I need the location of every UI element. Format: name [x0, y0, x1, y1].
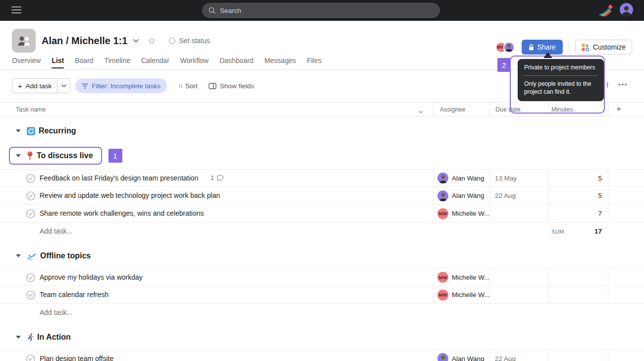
- project-icon[interactable]: [12, 29, 36, 53]
- assignee-cell[interactable]: Alan Wang: [433, 170, 489, 186]
- assignee-avatar: MW: [437, 290, 448, 301]
- due-date-cell[interactable]: [489, 205, 548, 222]
- task-name[interactable]: Share remote work challenges, wins and c…: [40, 209, 204, 217]
- column-header-minutes[interactable]: Minutes: [551, 106, 573, 113]
- sum-value: 17: [548, 228, 608, 235]
- tab-list[interactable]: List: [52, 57, 64, 68]
- section-caret-icon[interactable]: [16, 154, 22, 157]
- task-row[interactable]: Feedback on last Friday's design team pr…: [0, 169, 644, 187]
- tab-files[interactable]: Files: [307, 57, 322, 68]
- minutes-cell[interactable]: 5: [548, 187, 608, 204]
- assignee-avatar: MW: [437, 272, 448, 283]
- task-row[interactable]: Plan design team offsite Alan Wang 22 Au…: [0, 350, 644, 361]
- complete-check-icon[interactable]: [26, 174, 36, 183]
- show-fields-button[interactable]: Show fields: [209, 82, 254, 90]
- tab-calendar[interactable]: Calendar: [141, 57, 169, 68]
- section-title[interactable]: In Action: [37, 333, 71, 342]
- search-bar[interactable]: [202, 3, 440, 18]
- assignee-name: Michelle W...: [452, 274, 489, 281]
- assignee-cell[interactable]: MW Michelle W...: [433, 205, 489, 222]
- section-caret-icon[interactable]: [16, 129, 22, 132]
- celebration-comet-icon[interactable]: [599, 3, 614, 16]
- minutes-cell[interactable]: [548, 269, 608, 286]
- task-name[interactable]: Feedback on last Friday's design team pr…: [40, 174, 198, 182]
- complete-check-icon[interactable]: [26, 354, 36, 361]
- add-task-inline[interactable]: Add task...: [40, 308, 72, 316]
- task-row[interactable]: Share remote work challenges, wins and c…: [0, 205, 644, 223]
- more-options-button[interactable]: •••: [618, 81, 628, 88]
- task-name-chevron-down-icon[interactable]: [419, 108, 423, 115]
- complete-check-icon[interactable]: [26, 209, 36, 219]
- minutes-cell[interactable]: [548, 350, 608, 361]
- due-date-cell[interactable]: 22 Aug: [489, 350, 548, 361]
- top-navbar: [0, 0, 644, 21]
- title-chevron-down-icon[interactable]: [133, 39, 139, 43]
- add-task-inline[interactable]: Add task...: [40, 227, 72, 235]
- assignee-avatar: [437, 353, 448, 361]
- add-column-button[interactable]: +: [616, 104, 621, 114]
- tab-board[interactable]: Board: [75, 57, 93, 68]
- minutes-cell[interactable]: 5: [548, 170, 608, 186]
- task-name[interactable]: Plan design team offsite: [40, 355, 113, 361]
- section-caret-icon[interactable]: [16, 254, 22, 257]
- column-divider: [608, 103, 608, 116]
- column-header-task-name[interactable]: Task name: [16, 106, 46, 113]
- share-button[interactable]: Share: [522, 40, 563, 55]
- task-list: Recurring To discuss live 1 Feedback on …: [0, 117, 644, 361]
- section-title[interactable]: To discuss live: [37, 151, 93, 160]
- customize-button[interactable]: Customize: [575, 40, 632, 55]
- assignee-cell[interactable]: Alan Wang: [433, 350, 489, 361]
- tab-messages[interactable]: Messages: [265, 57, 296, 68]
- column-divider: [608, 269, 608, 286]
- section-row-in-action[interactable]: In Action: [0, 329, 644, 346]
- repeat-emoji-icon: [27, 127, 35, 135]
- task-name[interactable]: Team calendar refresh: [40, 291, 108, 299]
- due-date-cell[interactable]: 22 Aug: [489, 187, 548, 204]
- tab-timeline[interactable]: Timeline: [105, 57, 130, 68]
- set-status-button[interactable]: Set status: [169, 37, 210, 45]
- filter-icon: [82, 83, 88, 89]
- section-title[interactable]: Recurring: [39, 126, 76, 135]
- favorite-star-icon[interactable]: ☆: [148, 36, 156, 45]
- due-date-cell[interactable]: 13 May: [489, 170, 548, 186]
- task-row[interactable]: Approve my holidays via workday MW Miche…: [0, 268, 644, 286]
- assignee-name: Michelle W...: [452, 291, 489, 299]
- section-row-recurring[interactable]: Recurring: [0, 122, 644, 139]
- task-name[interactable]: Approve my holidays via workday: [40, 273, 143, 281]
- section-row-offline-topics[interactable]: Offline topics: [0, 247, 644, 264]
- section-row-to-discuss-live[interactable]: To discuss live 1: [0, 146, 644, 165]
- add-task-chevron-button[interactable]: [57, 78, 70, 93]
- tab-overview[interactable]: Overview: [12, 57, 41, 68]
- minutes-cell[interactable]: 7: [548, 205, 608, 222]
- filter-button[interactable]: Filter: Incomplete tasks: [75, 78, 167, 93]
- add-task-button[interactable]: + Add task: [12, 78, 70, 93]
- member-avatar-photo[interactable]: [503, 42, 515, 53]
- task-row[interactable]: Team calendar refresh MW Michelle W...: [0, 286, 644, 304]
- tab-workflow[interactable]: Workflow: [180, 57, 209, 68]
- column-header-due-date[interactable]: Due date: [495, 106, 521, 113]
- add-task-label: Add task: [26, 82, 52, 90]
- search-input[interactable]: [220, 7, 433, 14]
- complete-check-icon[interactable]: [26, 290, 36, 300]
- due-date-cell[interactable]: [489, 269, 548, 286]
- tooltip-arrow: [543, 52, 552, 58]
- assignee-cell[interactable]: MW Michelle W...: [433, 269, 489, 286]
- sort-button[interactable]: ↑↓ Sort: [178, 82, 198, 90]
- task-name[interactable]: Review and update web technology project…: [40, 191, 220, 199]
- annotation-badge-1: 1: [108, 149, 122, 163]
- assignee-cell[interactable]: Alan Wang: [433, 187, 489, 204]
- complete-check-icon[interactable]: [26, 273, 36, 283]
- minutes-cell[interactable]: [548, 286, 608, 303]
- due-date-cell[interactable]: [489, 286, 548, 303]
- column-header-assignee[interactable]: Assignee: [440, 106, 465, 113]
- task-row[interactable]: Review and update web technology project…: [0, 187, 644, 205]
- hamburger-menu-icon[interactable]: [11, 6, 21, 14]
- assignee-cell[interactable]: MW Michelle W...: [433, 286, 489, 303]
- airplane-departure-emoji-icon: [27, 252, 37, 260]
- tab-dashboard[interactable]: Dashboard: [219, 57, 254, 68]
- complete-check-icon[interactable]: [26, 191, 36, 201]
- user-avatar[interactable]: [620, 3, 633, 16]
- section-title[interactable]: Offline topics: [40, 251, 91, 260]
- comment-count[interactable]: 1: [211, 175, 224, 181]
- section-caret-icon[interactable]: [16, 336, 22, 339]
